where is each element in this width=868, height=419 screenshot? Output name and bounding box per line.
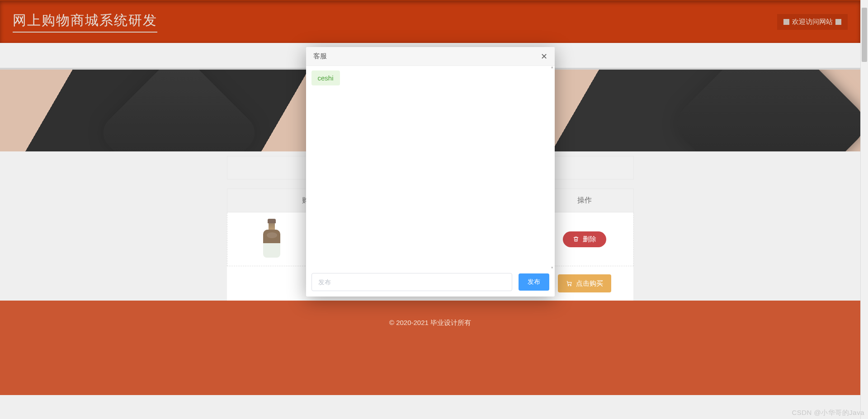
site-footer: © 2020-2021 毕业设计所有: [0, 301, 860, 395]
watermark: CSDN @小华哥的Java: [792, 409, 864, 417]
dialog-footer: 发布: [306, 268, 555, 297]
buy-button-label: 点击购买: [576, 279, 603, 288]
customer-service-dialog: 客服 ✕ ceshi ▴ ▾ 发布: [306, 47, 555, 297]
site-title[interactable]: 网上购物商城系统研发: [13, 11, 157, 33]
cart-icon: [566, 280, 572, 287]
delete-button-label: 删除: [583, 235, 596, 244]
buy-button[interactable]: 点击购买: [558, 274, 611, 292]
svg-point-0: [568, 285, 569, 286]
copyright-text: © 2020-2021 毕业设计所有: [389, 319, 471, 326]
stop-icon: [835, 19, 841, 25]
scrollbar-thumb[interactable]: [862, 8, 867, 62]
svg-point-1: [571, 285, 571, 286]
welcome-text: 欢迎访问网站: [792, 18, 833, 26]
site-header: 网上购物商城系统研发 欢迎访问网站: [0, 0, 860, 43]
page-viewport: 网上购物商城系统研发 欢迎访问网站 购买信息 单价 操作: [0, 0, 860, 419]
dialog-scrollbar[interactable]: ▴ ▾: [550, 67, 555, 268]
dialog-header: 客服 ✕: [306, 47, 555, 66]
send-button[interactable]: 发布: [519, 273, 549, 291]
trash-icon: [573, 236, 579, 242]
dialog-title: 客服: [313, 52, 327, 61]
browser-scrollbar[interactable]: [860, 0, 868, 419]
stop-icon: [783, 19, 789, 25]
message-input[interactable]: [311, 273, 512, 291]
close-icon[interactable]: ✕: [541, 52, 547, 61]
welcome-banner: 欢迎访问网站: [777, 14, 848, 30]
chat-message: ceshi: [311, 71, 340, 85]
product-image: [261, 219, 283, 259]
delete-button[interactable]: 删除: [563, 231, 606, 247]
dialog-body: ceshi ▴ ▾: [306, 66, 555, 268]
